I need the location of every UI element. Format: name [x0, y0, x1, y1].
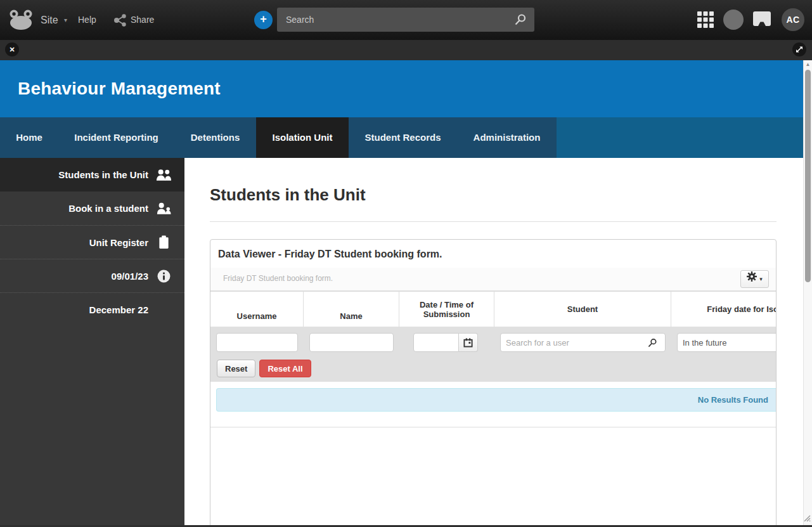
share-icon [113, 13, 127, 30]
table-viewport: Username Name Date / Time of Submission … [210, 291, 776, 382]
window-bar: ✕ [0, 40, 812, 60]
app-header: Behaviour Management [0, 60, 803, 117]
frog-logo-icon[interactable] [9, 9, 33, 33]
name-filter-input[interactable] [309, 333, 394, 352]
site-menu[interactable]: Site [41, 0, 58, 40]
sidebar-item-label: Book in a student [68, 203, 148, 214]
sidebar-item-book-in-student[interactable]: Book in a student [0, 192, 184, 225]
sidebar-item-label: Students in the Unit [58, 169, 148, 180]
sidebar-item-students-in-unit[interactable]: Students in the Unit [0, 158, 184, 192]
panel-body [210, 427, 776, 525]
search-icon[interactable] [514, 13, 527, 29]
navbar-filler [557, 117, 803, 158]
person-add-icon [156, 202, 172, 215]
data-viewer-panel: Data Viewer - Friday DT Student booking … [210, 239, 777, 525]
page-heading: Students in the Unit [210, 185, 803, 205]
desktop-icon[interactable] [753, 11, 771, 29]
tab-detentions[interactable]: Detentions [174, 117, 256, 158]
close-icon[interactable]: ✕ [5, 42, 19, 56]
app-title: Behaviour Management [0, 60, 803, 99]
tab-isolation-unit[interactable]: Isolation Unit [256, 117, 349, 158]
chevron-down-icon: ▾ [759, 277, 763, 282]
user-avatar[interactable]: AC [782, 8, 804, 31]
scrollbar-up-arrow-icon[interactable]: ▲ [804, 60, 812, 69]
date-filter-input[interactable] [413, 333, 459, 352]
results-section: No Results Found [210, 382, 776, 427]
sidebar-item-label: 09/01/23 [112, 271, 148, 282]
sidebar-item-date[interactable]: 09/01/23 [0, 259, 184, 292]
reset-button[interactable]: Reset [217, 360, 255, 377]
sidebar-item-label: December 22 [89, 304, 148, 315]
student-search-input[interactable] [500, 333, 666, 352]
column-header-username[interactable]: Username [210, 292, 304, 327]
tab-administration[interactable]: Administration [457, 117, 557, 158]
search-input[interactable] [277, 8, 534, 32]
username-filter-input[interactable] [216, 333, 298, 352]
friday-date-filter-input[interactable] [677, 333, 776, 352]
people-icon [156, 169, 172, 181]
data-viewer-subtitle: Friday DT Student booking form. [223, 274, 333, 283]
app-navbar: Home Incident Reporting Detentions Isola… [0, 117, 803, 158]
column-header-student[interactable]: Student [494, 292, 671, 327]
screen: Site ▾ Help Share + [0, 0, 812, 527]
settings-button[interactable]: ▾ [740, 270, 769, 288]
status-circle-icon[interactable] [723, 10, 744, 30]
reset-all-button[interactable]: Reset All [259, 360, 311, 377]
gear-icon [747, 268, 757, 290]
table-header-row: Username Name Date / Time of Submission … [210, 291, 776, 327]
filter-bar: Reset Reset All [210, 327, 776, 382]
vertical-scrollbar[interactable]: ▲ [803, 60, 812, 525]
column-header-name[interactable]: Name [304, 292, 399, 327]
data-viewer-title: Data Viewer - Friday DT Student booking … [210, 240, 776, 268]
sidebar-item-unit-register[interactable]: Unit Register [0, 225, 184, 259]
top-bar: Site ▾ Help Share + [0, 0, 812, 40]
data-viewer-subbar: Friday DT Student booking form. [210, 268, 776, 291]
add-button[interactable]: + [254, 11, 273, 29]
sidebar: Students in the Unit Book in a student [0, 158, 184, 525]
site-caret-icon[interactable]: ▾ [64, 0, 67, 40]
no-results-alert: No Results Found [216, 388, 776, 412]
info-icon [156, 270, 172, 283]
apps-grid-icon[interactable] [697, 11, 714, 30]
column-header-date-time[interactable]: Date / Time of Submission [399, 292, 494, 327]
calendar-icon[interactable] [459, 333, 478, 352]
column-header-friday-date[interactable]: Friday date for Isolation [671, 292, 776, 327]
global-search [277, 8, 534, 32]
expand-icon[interactable] [792, 42, 806, 56]
clipboard-icon [156, 235, 172, 249]
divider [210, 221, 777, 222]
sidebar-item-december-22[interactable]: December 22 [0, 292, 184, 326]
tab-incident-reporting[interactable]: Incident Reporting [58, 117, 174, 158]
scrollbar-thumb[interactable] [805, 70, 811, 282]
tab-home[interactable]: Home [0, 117, 58, 158]
resize-grip-icon[interactable] [802, 513, 811, 524]
sidebar-item-label: Unit Register [89, 237, 148, 248]
tab-student-records[interactable]: Student Records [349, 117, 457, 158]
share-button[interactable]: Share [131, 0, 154, 40]
app-area: Behaviour Management Home Incident Repor… [0, 60, 803, 525]
main-content: Students in the Unit Data Viewer - Frida… [184, 158, 803, 525]
help-menu[interactable]: Help [78, 0, 96, 40]
